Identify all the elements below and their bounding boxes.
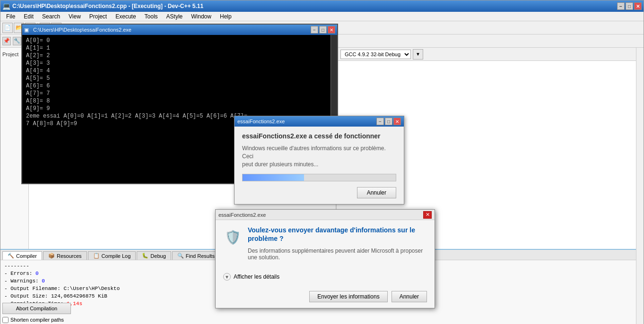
bottom-tab-debug[interactable]: 🐛Debug — [137, 251, 171, 260]
minimize-button[interactable]: − — [617, 2, 625, 10]
bottom-tab-find-results[interactable]: 🔍Find Results — [172, 251, 220, 260]
bottom-tab-compiler[interactable]: 🔨Compiler — [2, 251, 42, 260]
console-line: A[7]= 7 — [26, 90, 333, 97]
dialog1-progress-fill — [243, 174, 304, 181]
shorten-label: Shorten compiler paths — [10, 317, 64, 323]
window-title: C:\Users\HP\Desktop\essaiFonctions2.cpp … — [12, 3, 203, 9]
menu-item-search[interactable]: Search — [38, 12, 64, 21]
toolbar2-btn2[interactable]: 🔧 — [13, 37, 21, 45]
console-minimize[interactable]: − — [311, 26, 318, 34]
dialog1-header: essaiFonctions2.exe a cessé de fonctionn… — [242, 132, 396, 140]
dialog2-cancel-button[interactable]: Annuler — [392, 291, 427, 302]
dialog2-question: Voulez-vous envoyer davantage d'informat… — [248, 226, 427, 243]
dialog2-text-area: Voulez-vous envoyer davantage d'informat… — [248, 226, 427, 267]
menu-bar: FileEditSearchViewProjectExecuteToolsASt… — [0, 12, 644, 21]
dialog2-send-button[interactable]: Envoyer les informations — [309, 291, 387, 302]
dialog2-title-text: essaiFonctions2.exe — [218, 212, 266, 218]
console-line: A[8]= 8 — [26, 97, 333, 105]
dialog1-title-text: essaiFonctions2.exe — [237, 119, 285, 124]
menu-item-execute[interactable]: Execute — [112, 12, 139, 21]
shorten-checkbox[interactable] — [2, 317, 9, 323]
console-title-text: ▣ C:\Users\HP\Desktop\essaiFonctions2.ex… — [24, 27, 131, 33]
console-line: A[1]= 1 — [26, 44, 333, 52]
console-line: A[6]= 6 — [26, 82, 333, 90]
dialog1-maximize[interactable]: □ — [385, 118, 392, 125]
menu-item-tools[interactable]: Tools — [141, 12, 162, 21]
console-line: A[3]= 3 — [26, 60, 333, 67]
compiler-config-btn[interactable]: ▼ — [413, 49, 423, 60]
dialog2-close-button[interactable]: ✕ — [423, 211, 432, 219]
console-title-bar: ▣ C:\Users\HP\Desktop\essaiFonctions2.ex… — [22, 25, 337, 35]
dialog1-window: essaiFonctions2.exe − □ ✕ essaiFonctions… — [234, 116, 404, 205]
bottom-tab-compile-log[interactable]: 📋Compile Log — [88, 251, 136, 260]
dialog1-title-buttons: − □ ✕ — [376, 118, 401, 125]
dialog1-buttons: Annuler — [242, 187, 396, 198]
dialog1-title-bar: essaiFonctions2.exe − □ ✕ — [235, 116, 404, 127]
menu-item-window[interactable]: Window — [187, 12, 215, 21]
menu-item-project[interactable]: Project — [86, 12, 111, 21]
dialog2-window: essaiFonctions2.exe ✕ 🛡️ Voulez-vous env… — [215, 209, 435, 308]
toolbar2-btn1[interactable]: 📌 — [2, 37, 11, 45]
console-close[interactable]: ✕ — [328, 26, 335, 34]
dialog2-title-bar: essaiFonctions2.exe ✕ — [216, 210, 435, 220]
menu-item-help[interactable]: Help — [216, 12, 235, 21]
maximize-button[interactable]: □ — [626, 2, 633, 10]
dialog2-description: Des informations supplémentaires peuvent… — [248, 247, 427, 261]
new-button[interactable]: 📄 — [2, 23, 13, 33]
dialog1-description: Windows recueille d'autres informations … — [242, 145, 396, 168]
console-line: A[4]= 4 — [26, 67, 333, 75]
dialog1-progress-bar — [242, 174, 396, 181]
abort-compilation-button[interactable]: Abort Compilation — [2, 303, 71, 314]
console-line: A[0]= 0 — [26, 37, 333, 44]
console-line: A[9]= 9 — [26, 105, 333, 112]
title-bar-buttons: − □ ✕ — [617, 2, 642, 10]
menu-item-astyle[interactable]: AStyle — [163, 12, 187, 21]
right-scrollbar[interactable] — [636, 48, 644, 324]
console-line: A[5]= 5 — [26, 75, 333, 82]
menu-item-file[interactable]: File — [2, 12, 19, 21]
menu-item-view[interactable]: View — [65, 12, 85, 21]
dialog1-body: essaiFonctions2.exe a cessé de fonctionn… — [235, 127, 404, 204]
dialog2-details-toggle[interactable]: ▼ Afficher les détails — [216, 273, 435, 285]
shield-icon: 🛡️ — [223, 228, 242, 247]
dialog1-minimize[interactable]: − — [376, 118, 384, 125]
console-line: A[2]= 2 — [26, 52, 333, 60]
dialog1-cancel-button[interactable]: Annuler — [357, 187, 396, 198]
title-bar: 💻 C:\Users\HP\Desktop\essaiFonctions2.cp… — [0, 0, 644, 12]
close-button[interactable]: ✕ — [634, 2, 642, 10]
dialog1-close[interactable]: ✕ — [393, 118, 401, 125]
compiler-select[interactable]: GCC 4.9.2 32-bit Debug — [340, 50, 411, 59]
shorten-paths-checkbox[interactable]: Shorten compiler paths — [0, 315, 69, 324]
dialog2-details-label: Afficher les détails — [234, 273, 279, 280]
app-icon: 💻 — [2, 2, 10, 10]
dialog2-buttons: Envoyer les informations Annuler — [216, 291, 435, 308]
console-window-buttons: − □ ✕ — [311, 26, 335, 34]
right-toolbar: GCC 4.9.2 32-bit Debug ▼ — [337, 48, 644, 61]
menu-item-edit[interactable]: Edit — [20, 12, 37, 21]
dialog2-expand-icon: ▼ — [223, 273, 231, 281]
console-maximize[interactable]: □ — [319, 26, 327, 34]
bottom-tab-resources[interactable]: 📦Resources — [43, 251, 87, 260]
dialog2-body: 🛡️ Voulez-vous envoyer davantage d'infor… — [216, 220, 435, 273]
